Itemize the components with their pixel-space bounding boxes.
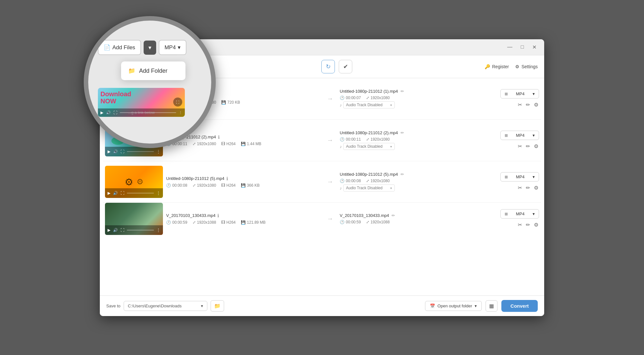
maximize-btn[interactable]: □ — [518, 43, 526, 51]
resize-icon: ⤢ — [193, 183, 196, 188]
arrow-col: → — [324, 178, 336, 185]
settings-action-btn[interactable]: ⚙ — [533, 184, 539, 192]
more-icon[interactable]: ⋮ — [156, 228, 160, 232]
arrow-right-icon: → — [327, 136, 333, 144]
convert-button[interactable]: Convert — [501, 300, 538, 312]
output-name: Untitled-1080p-211012 (5).mp4 — [340, 172, 398, 177]
mag-format-btn[interactable]: MP4 ▾ — [159, 40, 186, 55]
audio-track-select[interactable]: Audio Track Disabled ▾ — [343, 101, 395, 108]
close-btn[interactable]: ✕ — [530, 43, 539, 51]
edit-action-btn[interactable]: ✏ — [525, 101, 531, 108]
register-button[interactable]: 🔑 Register — [485, 64, 509, 69]
out-resolution: 1920x1080 — [371, 179, 390, 183]
mag-file-icon: 📄 — [104, 44, 110, 51]
file-name: Untitled-1080p-211012 (5).mp4 — [166, 176, 224, 181]
settings-action-btn[interactable]: ⚙ — [533, 101, 539, 108]
out-resolution: 1920x1080 — [371, 137, 390, 142]
arrow-right-icon: → — [327, 95, 333, 102]
fullscreen-icon[interactable]: ⛶ — [120, 228, 124, 232]
edit-action-btn[interactable]: ✏ — [525, 221, 531, 229]
audio-track-label: Audio Track Disabled — [346, 186, 383, 190]
cut-icon-btn[interactable]: ✂ — [517, 221, 523, 229]
source-info: Untitled-1080p-211012 (5).mp4 ℹ 🕐 00:00:… — [166, 176, 320, 188]
settings-action-btn[interactable]: ⚙ — [533, 143, 539, 150]
open-output-folder-button[interactable]: 📅 Open output folder ▾ — [425, 301, 482, 311]
source-info: ...d-1080p-211012 (2).mp4 ℹ 🕐 00:00:11 ⤢… — [166, 135, 320, 146]
edit-icon[interactable]: ✏ — [401, 130, 404, 135]
thumbnail: ⚙ ⚙ ▶ 🔊 ⛶ ⋮ — [105, 166, 163, 198]
storage-icon: 💾 — [241, 220, 246, 225]
out-duration: 00:00:11 — [346, 137, 361, 142]
resize-icon: ⤢ — [366, 96, 369, 100]
check-button[interactable]: ✔ — [339, 60, 352, 73]
browse-folder-button[interactable]: 📁 — [211, 300, 224, 312]
edit-action-btn[interactable]: ✏ — [525, 143, 531, 150]
save-path-input[interactable]: C:\Users\Eugene\Downloads ▾ — [124, 301, 207, 311]
fullscreen-icon[interactable]: ⛶ — [120, 191, 124, 195]
format-label: MP4 — [516, 91, 525, 96]
source-info: V_20170103_130433.mp4 ℹ 🕐 00:00:59 ⤢ 192… — [166, 213, 320, 225]
clock-icon: 🕐 — [166, 183, 171, 188]
info-icon[interactable]: ℹ — [226, 176, 228, 181]
output-info: Untitled-1080p-211012 (5).mp4 ✏ 🕐 00:00:… — [340, 172, 494, 192]
info-icon[interactable]: ℹ — [218, 135, 220, 140]
fullscreen-icon[interactable]: ⛶ — [120, 149, 124, 154]
output-info: V_20170103_130433.mp4 ✏ 🕐 00:00:59 ⤢ 192… — [340, 213, 494, 224]
audio-track-select[interactable]: Audio Track Disabled ▾ — [343, 143, 395, 150]
cut-icon-btn[interactable]: ✂ — [517, 101, 523, 108]
play-icon[interactable]: ▶ — [108, 191, 110, 195]
mag-add-files-btn[interactable]: 📄 Add Files — [98, 40, 141, 55]
file-size: 720 KB — [227, 100, 240, 105]
output-format-btn[interactable]: ▦ MP4 ▾ — [500, 131, 539, 140]
resize-icon: ⤢ — [193, 220, 196, 225]
audio-track-label: Audio Track Disabled — [346, 144, 383, 149]
settings-button[interactable]: ⚙ Settings — [515, 64, 538, 69]
settings-action-btn[interactable]: ⚙ — [533, 221, 539, 229]
grid-view-button[interactable]: ▦ — [486, 300, 497, 312]
output-format-btn[interactable]: ▦ MP4 ▾ — [500, 89, 539, 98]
refresh-button[interactable]: ↻ — [321, 60, 335, 73]
music-note-icon: ♪ — [340, 186, 342, 191]
play-icon[interactable]: ▶ — [108, 228, 110, 232]
file-size: 121.89 MB — [247, 220, 266, 225]
minimize-btn[interactable]: — — [505, 43, 515, 51]
clock-icon: 🕐 — [340, 96, 345, 100]
magnifier-circle: 📄 Add Files ▾ MP4 ▾ 📁 Add Folder — [84, 16, 216, 148]
edit-icon[interactable]: ✏ — [401, 172, 404, 177]
calendar-icon: 📅 — [430, 304, 435, 308]
file-name: V_20170103_130433.mp4 — [166, 213, 215, 218]
output-name: Untitled-1080p-211012 (2).mp4 — [340, 130, 398, 135]
audio-track-select[interactable]: Audio Track Disabled ▾ — [343, 184, 395, 192]
output-info: Untitled-1080p-211012 (1).mp4 ✏ 🕐 00:00:… — [340, 89, 494, 108]
arrow-right-icon: → — [327, 215, 333, 222]
volume-icon[interactable]: 🔊 — [113, 149, 118, 154]
output-info: Untitled-1080p-211012 (2).mp4 ✏ 🕐 00:00:… — [340, 130, 494, 150]
output-format-btn[interactable]: ▦ MP4 ▾ — [500, 172, 539, 182]
gear-icon: ⚙ — [515, 64, 519, 69]
file-size: 366 KB — [247, 183, 260, 188]
folder-icon: 📁 — [128, 67, 135, 74]
volume-icon[interactable]: 🔊 — [113, 191, 118, 195]
mag-dropdown-arrow-btn[interactable]: ▾ — [144, 41, 156, 55]
volume-icon[interactable]: 🔊 — [113, 228, 118, 232]
more-icon[interactable]: ⋮ — [156, 149, 160, 154]
codec-icon: 🎞 — [221, 142, 225, 146]
cut-icon-btn[interactable]: ✂ — [517, 184, 523, 192]
edit-action-btn[interactable]: ✏ — [525, 184, 531, 192]
edit-icon[interactable]: ✏ — [392, 213, 395, 218]
toolbar-right: 🔑 Register ⚙ Settings — [485, 64, 538, 69]
edit-icon[interactable]: ✏ — [401, 89, 404, 94]
refresh-icon: ↻ — [326, 63, 331, 70]
cut-icon-btn[interactable]: ✂ — [517, 143, 523, 150]
format-label: MP4 — [516, 174, 525, 179]
play-icon[interactable]: ▶ — [108, 149, 110, 154]
add-folder-item[interactable]: 📁 Add Folder — [123, 63, 184, 78]
output-name: Untitled-1080p-211012 (1).mp4 — [340, 89, 398, 94]
out-duration: 00:00:07 — [346, 96, 361, 100]
output-folder-label: Open output folder — [438, 304, 472, 308]
output-format-btn[interactable]: ▦ MP4 ▾ — [500, 209, 539, 219]
path-dropdown-arrow: ▾ — [201, 304, 203, 308]
info-icon[interactable]: ℹ — [217, 213, 219, 218]
duration: 00:00:08 — [172, 183, 187, 188]
more-icon[interactable]: ⋮ — [156, 191, 160, 195]
